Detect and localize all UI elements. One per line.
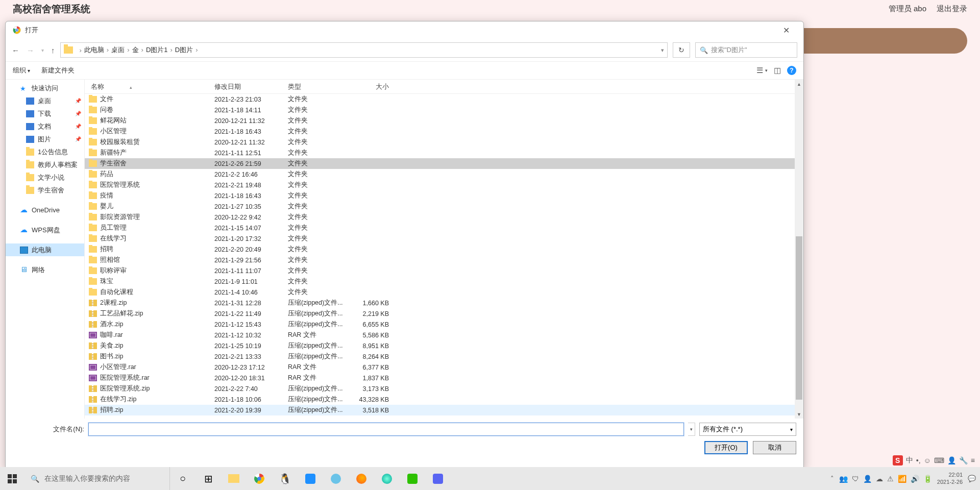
nav-forward-icon[interactable]: → — [27, 46, 34, 55]
file-row[interactable]: 小区管理.rar2020-12-23 17:12RAR 文件6,377 KB — [85, 362, 803, 373]
taskview-icon[interactable]: ⊞ — [195, 467, 221, 490]
search-input[interactable]: 🔍 搜索"D图片" — [695, 42, 797, 58]
file-row[interactable]: 珠宝2021-1-9 11:01文件夹 — [85, 276, 803, 287]
view-mode-button[interactable]: ☰ ▾ — [756, 66, 768, 75]
tree-item[interactable]: 1公告信息 — [6, 145, 84, 158]
tree-item[interactable]: 教师人事档案 — [6, 158, 84, 171]
scroll-down-icon[interactable]: ▼ — [795, 410, 803, 419]
col-size[interactable]: 大小 — [348, 82, 394, 91]
breadcrumb[interactable]: 桌面 — [111, 46, 125, 54]
app-icon-1[interactable] — [298, 467, 323, 490]
file-row[interactable]: 工艺品鲜花.zip2021-1-22 11:49压缩(zipped)文件...2… — [85, 308, 803, 319]
addr-dropdown-icon[interactable]: ▾ — [661, 47, 664, 54]
col-date[interactable]: 修改日期 — [214, 82, 288, 91]
file-row[interactable]: 2课程.zip2021-1-31 12:28压缩(zipped)文件...1,6… — [85, 298, 803, 308]
nav-recent-icon[interactable]: ▾ — [41, 47, 44, 53]
file-row[interactable]: 婴儿2021-1-27 10:35文件夹 — [85, 201, 803, 212]
file-row[interactable]: 文件2021-2-23 21:03文件夹 — [85, 94, 803, 105]
file-row[interactable]: 酒水.zip2021-1-12 15:43压缩(zipped)文件...6,65… — [85, 319, 803, 330]
file-row[interactable]: 疫情2021-1-18 16:43文件夹 — [85, 190, 803, 201]
col-type[interactable]: 类型 — [288, 82, 348, 91]
app-icon-2[interactable] — [323, 467, 349, 490]
notifications-icon[interactable]: 💬 — [968, 475, 976, 482]
col-name[interactable]: 名称▴ — [89, 82, 214, 91]
file-row[interactable]: 小区管理2021-1-18 16:43文件夹 — [85, 126, 803, 137]
nav-up-icon[interactable]: ↑ — [51, 46, 55, 55]
firefox-icon[interactable] — [349, 467, 374, 490]
tree-item[interactable]: 下载📌 — [6, 107, 84, 120]
file-row[interactable]: 美食.zip2021-1-25 10:19压缩(zipped)文件...8,95… — [85, 340, 803, 351]
ime-toolbar[interactable]: S 中 •, ☺ ⌨ 👤 🔧 ≡ — [893, 455, 975, 465]
tray-icon[interactable]: 👥 — [839, 475, 848, 483]
tray-battery-icon[interactable]: 🔋 — [923, 475, 932, 483]
open-button[interactable]: 打开(O) — [704, 441, 748, 454]
filename-input[interactable] — [88, 423, 684, 436]
tray-icon[interactable]: ⚠ — [887, 475, 894, 483]
help-icon[interactable]: ? — [787, 66, 796, 75]
scroll-up-icon[interactable]: ▲ — [795, 80, 803, 88]
file-row[interactable]: 职称评审2021-1-11 11:07文件夹 — [85, 265, 803, 276]
organize-button[interactable]: 组织▾ — [13, 66, 30, 75]
file-row[interactable]: 在线学习.zip2021-1-18 10:06压缩(zipped)文件...43… — [85, 394, 803, 405]
qq-icon[interactable]: 🐧 — [272, 467, 298, 490]
file-explorer-icon[interactable] — [221, 467, 247, 490]
refresh-button[interactable]: ↻ — [673, 42, 690, 58]
scrollbar[interactable]: ▲ ▼ — [795, 80, 803, 419]
ime-user-icon[interactable]: 👤 — [947, 456, 956, 464]
breadcrumb[interactable]: D图片 — [175, 46, 193, 54]
start-button[interactable] — [0, 467, 24, 490]
tree-item[interactable]: ☁OneDrive — [6, 204, 84, 216]
app-icon-3[interactable] — [374, 467, 400, 490]
file-row[interactable]: 医院管理系统.zip2021-2-22 7:40压缩(zipped)文件...3… — [85, 383, 803, 394]
file-row[interactable]: 咖啡.rar2021-1-12 10:32RAR 文件5,586 KB — [85, 330, 803, 340]
tree-item[interactable]: 图片📌 — [6, 133, 84, 145]
file-row[interactable]: 招聘.zip2021-2-20 19:39压缩(zipped)文件...3,51… — [85, 405, 803, 415]
breadcrumb[interactable]: D图片1 — [146, 46, 168, 54]
file-row[interactable]: 影院资源管理2020-12-22 9:42文件夹 — [85, 212, 803, 223]
ime-settings-icon[interactable]: ≡ — [971, 456, 975, 464]
tree-item[interactable]: 桌面📌 — [6, 94, 84, 107]
ime-lang[interactable]: 中 — [906, 456, 913, 465]
breadcrumb[interactable]: 此电脑 — [84, 46, 104, 54]
tree-item[interactable]: 学生宿舍 — [6, 184, 84, 197]
sogou-icon[interactable]: S — [893, 455, 903, 465]
file-row[interactable]: 鲜花网站2020-12-21 11:32文件夹 — [85, 115, 803, 126]
nav-back-icon[interactable]: ← — [12, 46, 19, 55]
new-folder-button[interactable]: 新建文件夹 — [41, 66, 75, 75]
tray-volume-icon[interactable]: 🔊 — [911, 475, 919, 483]
tray-icon[interactable]: ☁ — [876, 475, 883, 483]
file-row[interactable]: 图书.zip2021-2-21 13:33压缩(zipped)文件...8,26… — [85, 351, 803, 362]
tray-icon[interactable]: 👤 — [863, 475, 872, 483]
ime-keyboard-icon[interactable]: ⌨ — [934, 456, 944, 464]
close-button[interactable]: ✕ — [776, 22, 796, 38]
breadcrumb[interactable]: 金 — [132, 46, 139, 54]
tree-item[interactable]: 🖥网络 — [6, 263, 84, 276]
dialog-cancel-button[interactable]: 取消 — [753, 441, 796, 454]
tree-item[interactable]: 文学小说 — [6, 171, 84, 184]
tray-chevron-icon[interactable]: ˄ — [830, 475, 834, 482]
file-row[interactable]: 医院管理系统.rar2020-12-20 18:31RAR 文件1,837 KB — [85, 373, 803, 383]
tree-item[interactable]: ☁WPS网盘 — [6, 224, 84, 236]
file-row[interactable]: 员工管理2021-1-15 14:07文件夹 — [85, 223, 803, 233]
address-bar[interactable]: › 此电脑›桌面›金›D图片1›D图片› ▾ — [60, 42, 668, 58]
taskbar-search[interactable]: 🔍 在这里输入你要搜索的内容 — [24, 467, 170, 490]
file-row[interactable]: 学生宿舍2021-2-26 21:59文件夹 — [85, 158, 803, 169]
tree-item[interactable]: ★快速访问 — [6, 82, 84, 94]
file-row[interactable]: 自动化课程2021-1-4 10:46文件夹 — [85, 287, 803, 298]
tree-item[interactable]: 文档📌 — [6, 120, 84, 133]
file-row[interactable]: 校园服装租赁2020-12-21 11:32文件夹 — [85, 137, 803, 148]
ime-emoji-icon[interactable]: ☺ — [924, 456, 931, 464]
file-row[interactable]: 问卷2021-1-18 14:11文件夹 — [85, 105, 803, 115]
file-row[interactable]: 医院管理系统2021-2-21 19:48文件夹 — [85, 180, 803, 190]
scroll-thumb[interactable] — [796, 236, 802, 400]
chrome-taskbar-icon[interactable] — [247, 467, 272, 490]
ime-tool-icon[interactable]: 🔧 — [959, 456, 968, 464]
tray-wifi-icon[interactable]: 📶 — [898, 475, 906, 483]
app-icon-4[interactable] — [425, 467, 451, 490]
file-row[interactable]: 招聘2021-2-20 20:49文件夹 — [85, 244, 803, 255]
file-row[interactable]: 药品2021-2-2 16:46文件夹 — [85, 169, 803, 180]
ime-punct-icon[interactable]: •, — [916, 456, 921, 464]
filename-dropdown-icon[interactable]: ▾ — [688, 423, 695, 436]
cortana-icon[interactable]: ○ — [170, 467, 195, 490]
file-filter-select[interactable]: 所有文件 (*.*)▾ — [699, 423, 796, 436]
